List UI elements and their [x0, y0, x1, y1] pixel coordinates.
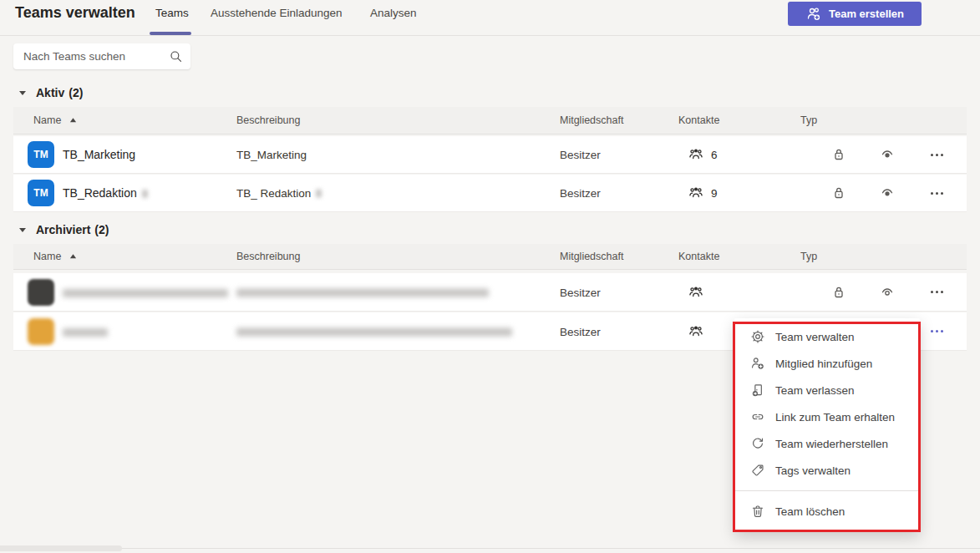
chevron-down-icon	[19, 228, 26, 232]
search-icon	[169, 49, 183, 63]
section-count: (2)	[69, 86, 83, 99]
eye-shown-icon	[879, 185, 896, 201]
context-menu: Team verwalten Mitglied hinzufügen Team …	[734, 318, 920, 532]
more-options-button[interactable]	[926, 284, 947, 301]
column-header-type[interactable]: Typ	[800, 251, 817, 262]
table-header-row: Name Beschreibung Mitgliedschaft Kontakt…	[13, 244, 967, 270]
team-description: TB_Marketing	[236, 149, 307, 161]
table-header-row: Name Beschreibung Mitgliedschaft Kontakt…	[13, 107, 967, 134]
section-header-active[interactable]: Aktiv (2)	[0, 84, 83, 101]
redacted-team-description	[236, 325, 512, 337]
team-avatar: TM	[28, 141, 54, 168]
tab-teams[interactable]: Teams	[155, 7, 189, 19]
contacts-cell: 9	[688, 185, 718, 201]
section-count: (2)	[94, 223, 109, 236]
menu-item-delete-team[interactable]: Team löschen	[734, 491, 920, 531]
people-group-icon	[688, 323, 704, 340]
horizontal-scrollbar[interactable]	[0, 545, 122, 551]
redacted-text	[142, 190, 148, 198]
people-group-icon	[688, 284, 704, 301]
table-row[interactable]: Besitzer	[13, 273, 967, 312]
sort-ascending-icon	[69, 251, 77, 262]
eye-hidden-icon	[879, 284, 896, 301]
active-teams-table: Name Beschreibung Mitgliedschaft Kontakt…	[13, 107, 967, 212]
menu-item-leave-team[interactable]: Team verlassen	[734, 377, 920, 403]
chevron-down-icon	[19, 91, 26, 95]
trash-icon	[750, 504, 765, 519]
create-team-button[interactable]: Team erstellen	[788, 2, 922, 26]
column-header-type[interactable]: Typ	[800, 114, 817, 126]
redacted-team-name	[63, 325, 108, 338]
menu-item-manage-team[interactable]: Team verwalten	[734, 323, 920, 350]
contacts-cell: 6	[688, 146, 718, 163]
redacted-text	[316, 190, 322, 198]
contacts-count: 6	[711, 149, 718, 161]
people-add-icon	[805, 6, 822, 23]
menu-item-manage-tags[interactable]: Tags verwalten	[734, 457, 920, 484]
person-add-icon	[750, 356, 765, 371]
lock-icon	[830, 185, 847, 201]
teams-manage-screen: Teams verwalten Teams Ausstehende Einlad…	[0, 0, 980, 553]
gear-icon	[750, 329, 765, 344]
membership-value: Besitzer	[560, 149, 601, 161]
section-header-archived[interactable]: Archiviert (2)	[0, 221, 109, 238]
redacted-team-name	[63, 286, 228, 299]
menu-item-add-member[interactable]: Mitglied hinzufügen	[734, 350, 920, 377]
column-header-contacts[interactable]: Kontakte	[678, 251, 719, 262]
team-avatar: TM	[28, 180, 54, 206]
create-team-label: Team erstellen	[829, 8, 904, 20]
tag-icon	[750, 463, 765, 478]
membership-value: Besitzer	[560, 187, 601, 200]
top-bar: Teams verwalten Teams Ausstehende Einlad…	[0, 0, 980, 36]
column-header-name[interactable]: Name	[33, 114, 77, 126]
people-group-icon	[688, 146, 704, 163]
active-tab-underline	[150, 32, 191, 35]
team-avatar	[28, 318, 54, 345]
more-options-button[interactable]	[926, 323, 947, 340]
column-header-name[interactable]: Name	[33, 251, 77, 262]
section-title: Archiviert	[36, 223, 90, 236]
membership-value: Besitzer	[560, 286, 601, 298]
column-header-contacts[interactable]: Kontakte	[678, 114, 719, 126]
team-description: TB_ Redaktion	[236, 187, 322, 200]
search-input[interactable]	[23, 43, 164, 69]
more-options-button[interactable]	[926, 146, 947, 163]
leave-icon	[750, 383, 765, 398]
tab-analytics[interactable]: Analysen	[370, 7, 417, 19]
column-header-membership[interactable]: Mitgliedschaft	[560, 114, 623, 126]
lock-icon	[830, 146, 847, 163]
eye-shown-icon	[879, 146, 896, 163]
people-group-icon	[688, 185, 704, 201]
team-name: TB_Marketing	[63, 148, 135, 161]
lock-icon	[830, 284, 847, 301]
redacted-team-description	[236, 286, 489, 298]
section-title: Aktiv	[36, 86, 64, 99]
more-options-button[interactable]	[926, 185, 947, 201]
contacts-cell	[688, 323, 704, 340]
table-row[interactable]: TM TB_Marketing TB_Marketing Besitzer 6	[13, 136, 967, 174]
team-avatar	[28, 279, 54, 306]
page-title: Teams verwalten	[15, 4, 135, 22]
scrollbar-track	[40, 548, 980, 549]
menu-item-get-team-link[interactable]: Link zum Team erhalten	[734, 403, 920, 430]
column-header-membership[interactable]: Mitgliedschaft	[560, 251, 623, 262]
column-header-description[interactable]: Beschreibung	[236, 251, 300, 262]
team-name: TB_Redaktion	[63, 186, 148, 200]
column-header-description[interactable]: Beschreibung	[236, 114, 300, 126]
contacts-count: 9	[711, 187, 718, 200]
team-search-box	[13, 43, 190, 69]
tab-pending-invitations[interactable]: Ausstehende Einladungen	[211, 7, 343, 19]
menu-item-restore-team[interactable]: Team wiederherstellen	[734, 430, 920, 457]
restore-icon	[750, 436, 765, 451]
membership-value: Besitzer	[560, 325, 601, 337]
contacts-cell	[688, 284, 704, 301]
link-icon	[750, 409, 765, 424]
sort-ascending-icon	[69, 114, 77, 126]
table-row[interactable]: TM TB_Redaktion TB_ Redaktion Besitzer 9	[13, 175, 967, 212]
